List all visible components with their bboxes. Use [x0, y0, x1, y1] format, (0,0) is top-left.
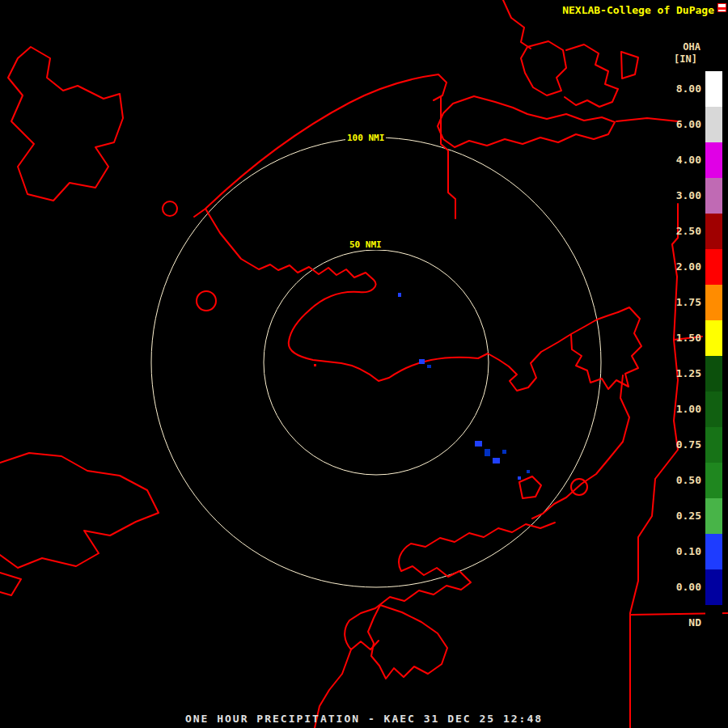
colorbar-band-label: 6.00: [664, 118, 701, 130]
colorbar-band: [705, 534, 722, 569]
range-ring-100-label: 100 NMI: [345, 133, 386, 143]
brand-title: NEXLAB-College of DuPage: [562, 4, 714, 16]
precip-cell: [475, 441, 482, 447]
range-ring-50-label: 50 NMI: [348, 239, 383, 250]
colorbar-band-label: 4.00: [664, 154, 701, 166]
precip-cell: [427, 365, 431, 368]
colorbar-band: [705, 605, 722, 641]
colorbar-band-label: 0.75: [664, 438, 701, 451]
precip-cell: [518, 476, 521, 480]
precip-cell: [485, 449, 490, 456]
island-outline: [519, 476, 541, 498]
colorbar-band: [705, 320, 722, 356]
boundary-line: [630, 204, 678, 728]
colorbar-band-label: 1.75: [664, 296, 701, 308]
colorbar-band: [705, 107, 722, 142]
units-label: [IN]: [665, 53, 697, 65]
coastline-path: [571, 307, 641, 389]
colorbar-band: [705, 285, 722, 320]
map-speck: [314, 364, 316, 366]
coastline-path: [503, 0, 531, 49]
range-rings: [151, 138, 601, 587]
precip-cell: [527, 470, 530, 473]
colorbar-band-label: 0.10: [664, 545, 701, 557]
island-outline: [197, 291, 216, 311]
colorbar-band-label: 0.25: [664, 510, 701, 522]
colorbar-band: [705, 427, 722, 463]
colorbar-band-label: 8.00: [664, 83, 701, 95]
precip-cell: [493, 458, 500, 463]
island-outline: [438, 96, 615, 147]
coastline-path: [565, 44, 618, 107]
colorbar-band: [705, 392, 722, 427]
colorbar-band: [705, 178, 722, 214]
map-overlay: [0, 0, 728, 728]
island-outline: [368, 605, 447, 679]
coastline-path: [8, 47, 123, 201]
colorbar-band: [705, 214, 722, 249]
colorbar-band: [705, 356, 722, 392]
precip-cell: [398, 293, 401, 297]
colorbar-band: [705, 569, 722, 605]
coastline-path: [345, 523, 555, 650]
colorbar-band-label: 1.00: [664, 403, 701, 415]
coastline-path: [0, 573, 21, 595]
colorbar-band: [705, 249, 722, 285]
colorbar-band-label: 0.50: [664, 474, 701, 486]
station-flag-icon: [717, 3, 726, 12]
colorbar-band-label: 1.50: [664, 332, 701, 344]
island-outline: [521, 41, 566, 95]
radar-display: NEXLAB-College of DuPage OHA [IN] 50 NMI…: [0, 0, 728, 728]
coastline-path: [0, 453, 159, 568]
island-outline: [621, 52, 638, 78]
map-outlines: [0, 0, 728, 728]
coastline-path: [532, 375, 629, 518]
precip-cell: [502, 450, 506, 454]
island-outline: [163, 201, 177, 216]
precip-cell: [419, 359, 425, 364]
colorbar-band-label: 1.25: [664, 367, 701, 379]
colorbar-bands: [705, 71, 722, 641]
coastline-path: [194, 74, 447, 217]
colorbar-band-label: 0.00: [664, 581, 701, 593]
colorbar-band: [705, 142, 722, 178]
colorbar-band: [705, 463, 722, 498]
precip-cells: [398, 293, 530, 480]
colorbar-band: [705, 498, 722, 534]
colorbar-band-label: ND: [664, 616, 701, 629]
colorbar-band: [705, 71, 722, 107]
product-code-label: OHA: [668, 41, 700, 53]
range-ring-100: [151, 138, 601, 587]
colorbar-band-label: 2.50: [664, 225, 701, 237]
colorbar-band-label: 2.00: [664, 260, 701, 273]
colorbar-band-label: 3.00: [664, 189, 701, 201]
product-caption: ONE HOUR PRECIPITATION - KAEC 31 DEC 25 …: [0, 713, 728, 725]
coastline-path: [205, 209, 618, 391]
